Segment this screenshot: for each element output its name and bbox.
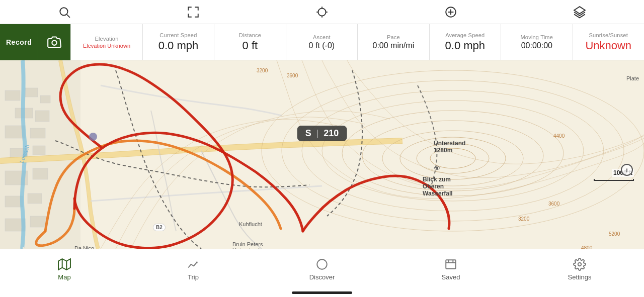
b2-road-label: B2 xyxy=(153,224,166,231)
svg-point-2 xyxy=(318,8,326,16)
bottom-nav: Map Trip Discover Saved xyxy=(0,249,644,297)
search-button[interactable] xyxy=(54,2,74,22)
svg-rect-14 xyxy=(5,90,20,101)
svg-line-1 xyxy=(67,14,70,17)
elevation-label: Elevation xyxy=(95,36,118,42)
expand-button[interactable] xyxy=(183,2,203,22)
svg-rect-15 xyxy=(25,88,38,97)
svg-rect-47 xyxy=(446,260,456,268)
info-button[interactable]: i xyxy=(621,164,633,176)
distance-stat: Distance 0 ft xyxy=(214,24,285,60)
current-speed-label: Current Speed xyxy=(159,32,197,38)
nav-saved-label: Saved xyxy=(442,273,460,281)
svg-point-0 xyxy=(60,8,67,15)
pace-value: 0:00 min/mi xyxy=(372,41,414,50)
home-indicator xyxy=(292,291,352,294)
elevation-value: Elevation Unknown xyxy=(83,43,130,49)
nav-trip[interactable]: Trip xyxy=(129,254,258,284)
svg-rect-22 xyxy=(33,146,45,155)
nav-settings[interactable]: Settings xyxy=(515,254,644,284)
moving-time-value: 00:00:00 xyxy=(521,41,552,50)
svg-rect-18 xyxy=(35,111,49,122)
sunrise-value: Unknown xyxy=(585,39,631,52)
svg-rect-28 xyxy=(30,216,46,227)
stats-bar: Record Elevation Elevation Unknown Curre… xyxy=(0,24,644,60)
compass-direction: S xyxy=(305,128,311,139)
sunrise-label: Sunrise/Sunset xyxy=(589,32,628,38)
svg-point-40 xyxy=(89,133,97,141)
elevation-stat: Elevation Elevation Unknown xyxy=(70,24,142,60)
map-icon xyxy=(57,257,71,271)
nav-map-label: Map xyxy=(58,273,70,281)
settings-icon xyxy=(573,257,587,271)
ascent-label: Ascent xyxy=(313,34,331,40)
ascent-value: 0 ft (-0) xyxy=(309,41,335,50)
trip-icon xyxy=(186,257,200,271)
moving-time-stat: Moving Time 00:00:00 xyxy=(501,24,572,60)
pace-stat: Pace 0:00 min/mi xyxy=(357,24,429,60)
moving-time-label: Moving Time xyxy=(521,34,553,40)
top-toolbar xyxy=(0,0,644,24)
distance-value: 0 ft xyxy=(243,39,258,52)
svg-point-11 xyxy=(52,40,57,45)
nav-discover[interactable]: Discover xyxy=(258,254,386,284)
sunrise-stat: Sunrise/Sunset Unknown xyxy=(573,24,644,60)
svg-rect-20 xyxy=(30,128,45,138)
layers-button[interactable] xyxy=(570,2,590,22)
add-button[interactable] xyxy=(441,2,461,22)
svg-rect-26 xyxy=(28,193,42,204)
svg-point-46 xyxy=(317,259,327,269)
svg-marker-43 xyxy=(58,259,70,270)
pace-label: Pace xyxy=(387,34,400,40)
avg-speed-label: Average Speed xyxy=(445,32,485,38)
nav-saved[interactable]: Saved xyxy=(386,254,515,284)
map-area[interactable]: 👁 🍴 S | 210 Loisach Unterstand 1280m Bli… xyxy=(0,60,644,249)
ascent-stat: Ascent 0 ft (-0) xyxy=(286,24,357,60)
nav-map[interactable]: Map xyxy=(0,254,129,284)
discover-icon xyxy=(315,257,329,271)
svg-rect-16 xyxy=(40,95,50,103)
current-speed-stat: Current Speed 0.0 mph xyxy=(142,24,214,60)
nav-settings-label: Settings xyxy=(568,273,592,281)
location-button[interactable] xyxy=(312,2,332,22)
avg-speed-value: 0.0 mph xyxy=(445,39,486,52)
nav-trip-label: Trip xyxy=(188,273,199,281)
distance-label: Distance xyxy=(239,32,261,38)
svg-rect-25 xyxy=(5,196,23,207)
record-button[interactable]: Record xyxy=(0,24,38,60)
current-speed-value: 0.0 mph xyxy=(158,39,199,52)
svg-text:👁: 👁 xyxy=(434,164,441,172)
saved-icon xyxy=(444,257,458,271)
scale-line xyxy=(594,179,634,181)
avg-speed-stat: Average Speed 0.0 mph xyxy=(429,24,501,60)
svg-point-51 xyxy=(578,263,582,266)
nav-discover-label: Discover xyxy=(309,273,335,281)
camera-button[interactable] xyxy=(38,24,70,60)
svg-rect-24 xyxy=(33,168,48,179)
compass-widget: S | 210 xyxy=(297,126,347,141)
compass-degrees: 210 xyxy=(324,128,339,139)
